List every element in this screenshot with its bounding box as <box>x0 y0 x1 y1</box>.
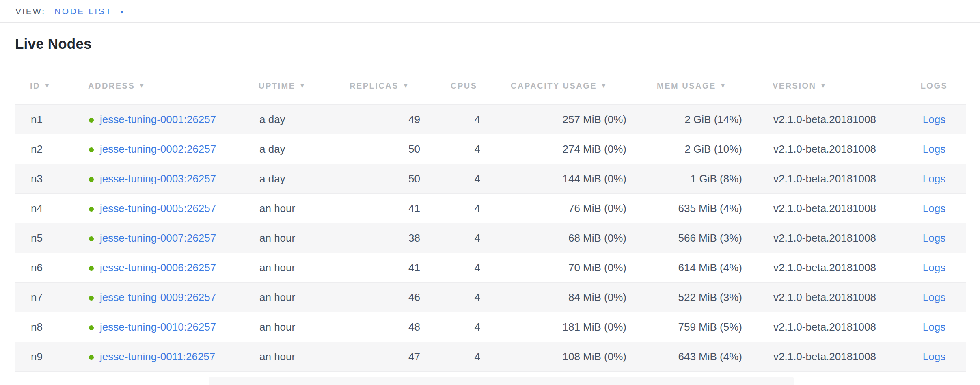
cell-version: v2.1.0-beta.20181008 <box>758 105 902 134</box>
column-header-capacity[interactable]: CAPACITY USAGE▼ <box>496 67 642 105</box>
cell-id: n8 <box>15 312 73 342</box>
cell-replicas: 50 <box>335 164 436 194</box>
node-address-link[interactable]: jesse-tuning-0002:26257 <box>100 143 216 155</box>
cell-capacity: 84 MiB (0%) <box>496 283 642 312</box>
node-status-healthy-icon <box>89 355 94 360</box>
node-logs-link[interactable]: Logs <box>923 291 945 303</box>
node-address-link[interactable]: jesse-tuning-0001:26257 <box>100 113 216 125</box>
node-address-link[interactable]: jesse-tuning-0009:26257 <box>100 291 216 303</box>
live-nodes-table: ID▼ADDRESS▼UPTIME▼REPLICAS▼CPUSCAPACITY … <box>15 67 966 372</box>
sort-desc-icon: ▼ <box>720 82 727 89</box>
cell-mem: 2 GiB (14%) <box>642 105 758 134</box>
sort-desc-icon: ▼ <box>44 82 51 89</box>
cell-capacity: 181 MiB (0%) <box>496 312 642 342</box>
cell-id: n4 <box>15 194 73 223</box>
cell-replicas: 38 <box>335 223 436 253</box>
view-selected-value: NODE LIST <box>54 6 112 16</box>
node-logs-link[interactable]: Logs <box>923 232 945 244</box>
node-status-healthy-icon <box>89 118 94 123</box>
cell-address: jesse-tuning-0009:26257 <box>73 283 244 312</box>
node-address-link[interactable]: jesse-tuning-0011:26257 <box>100 350 215 363</box>
node-status-healthy-icon <box>89 236 94 241</box>
cell-cpus: 4 <box>436 164 496 194</box>
cell-cpus: 4 <box>436 342 496 372</box>
node-address-link[interactable]: jesse-tuning-0006:26257 <box>100 262 216 274</box>
table-row: n2jesse-tuning-0002:26257a day504274 MiB… <box>15 134 966 164</box>
column-header-uptime[interactable]: UPTIME▼ <box>244 67 335 105</box>
cell-uptime: an hour <box>244 312 335 342</box>
cell-id: n9 <box>15 342 73 372</box>
cell-version: v2.1.0-beta.20181008 <box>758 283 902 312</box>
node-logs-link[interactable]: Logs <box>923 350 945 363</box>
cell-cpus: 4 <box>436 312 496 342</box>
cell-address: jesse-tuning-0001:26257 <box>73 105 244 134</box>
cell-cpus: 4 <box>436 105 496 134</box>
column-header-label: LOGS <box>921 81 948 90</box>
cell-uptime: an hour <box>244 194 335 223</box>
cell-replicas: 46 <box>335 283 436 312</box>
cell-uptime: an hour <box>244 342 335 372</box>
cell-mem: 1 GiB (8%) <box>642 164 758 194</box>
node-logs-link[interactable]: Logs <box>923 143 945 155</box>
cell-replicas: 49 <box>335 105 436 134</box>
cell-id: n3 <box>15 164 73 194</box>
cell-mem: 2 GiB (10%) <box>642 134 758 164</box>
sort-desc-icon: ▼ <box>139 82 145 89</box>
node-address-link[interactable]: jesse-tuning-0007:26257 <box>100 232 216 244</box>
view-selector[interactable]: NODE LIST ▾ <box>54 6 123 16</box>
node-address-link[interactable]: jesse-tuning-0003:26257 <box>100 173 216 185</box>
view-label: VIEW: <box>15 6 45 16</box>
column-header-label: REPLICAS <box>350 81 399 90</box>
node-address-link[interactable]: jesse-tuning-0010:26257 <box>100 321 216 333</box>
column-header-logs: LOGS <box>902 67 966 105</box>
cell-mem: 643 MiB (4%) <box>642 342 758 372</box>
cell-uptime: a day <box>244 134 335 164</box>
cell-capacity: 70 MiB (0%) <box>496 253 642 283</box>
cell-replicas: 41 <box>335 253 436 283</box>
cell-version: v2.1.0-beta.20181008 <box>758 194 902 223</box>
cell-id: n2 <box>15 134 73 164</box>
table-row: n8jesse-tuning-0010:26257an hour484181 M… <box>15 312 966 342</box>
column-header-mem[interactable]: MEM USAGE▼ <box>642 67 758 105</box>
cell-address: jesse-tuning-0011:26257 <box>73 342 244 372</box>
column-header-id[interactable]: ID▼ <box>15 67 73 105</box>
column-header-label: CAPACITY USAGE <box>511 81 597 90</box>
table-header-row: ID▼ADDRESS▼UPTIME▼REPLICAS▼CPUSCAPACITY … <box>15 67 966 105</box>
cell-logs: Logs <box>902 105 966 134</box>
sort-desc-icon: ▼ <box>820 82 827 89</box>
column-header-label: CPUS <box>451 81 477 90</box>
cell-uptime: a day <box>244 164 335 194</box>
cell-logs: Logs <box>902 253 966 283</box>
cell-id: n7 <box>15 283 73 312</box>
node-logs-link[interactable]: Logs <box>923 113 945 125</box>
node-logs-link[interactable]: Logs <box>923 202 945 214</box>
node-logs-link[interactable]: Logs <box>923 173 945 185</box>
cell-replicas: 48 <box>335 312 436 342</box>
node-address-link[interactable]: jesse-tuning-0005:26257 <box>100 202 216 214</box>
cell-address: jesse-tuning-0005:26257 <box>73 194 244 223</box>
column-header-version[interactable]: VERSION▼ <box>758 67 902 105</box>
cell-id: n5 <box>15 223 73 253</box>
cell-uptime: an hour <box>244 253 335 283</box>
column-header-address[interactable]: ADDRESS▼ <box>73 67 244 105</box>
cell-replicas: 47 <box>335 342 436 372</box>
cell-replicas: 41 <box>335 194 436 223</box>
cell-address: jesse-tuning-0002:26257 <box>73 134 244 164</box>
cell-cpus: 4 <box>436 283 496 312</box>
node-logs-link[interactable]: Logs <box>923 262 945 274</box>
cell-cpus: 4 <box>436 253 496 283</box>
column-header-replicas[interactable]: REPLICAS▼ <box>335 67 436 105</box>
cell-capacity: 76 MiB (0%) <box>496 194 642 223</box>
cell-uptime: an hour <box>244 223 335 253</box>
cell-uptime: a day <box>244 105 335 134</box>
cell-version: v2.1.0-beta.20181008 <box>758 223 902 253</box>
cell-logs: Logs <box>902 312 966 342</box>
node-logs-link[interactable]: Logs <box>923 321 945 333</box>
cell-replicas: 50 <box>335 134 436 164</box>
cell-mem: 614 MiB (4%) <box>642 253 758 283</box>
node-status-healthy-icon <box>89 296 94 301</box>
column-header-label: VERSION <box>773 81 816 90</box>
main-content: Live Nodes ID▼ADDRESS▼UPTIME▼REPLICAS▼CP… <box>0 36 980 372</box>
cell-capacity: 257 MiB (0%) <box>496 105 642 134</box>
sort-desc-icon: ▼ <box>300 82 306 89</box>
